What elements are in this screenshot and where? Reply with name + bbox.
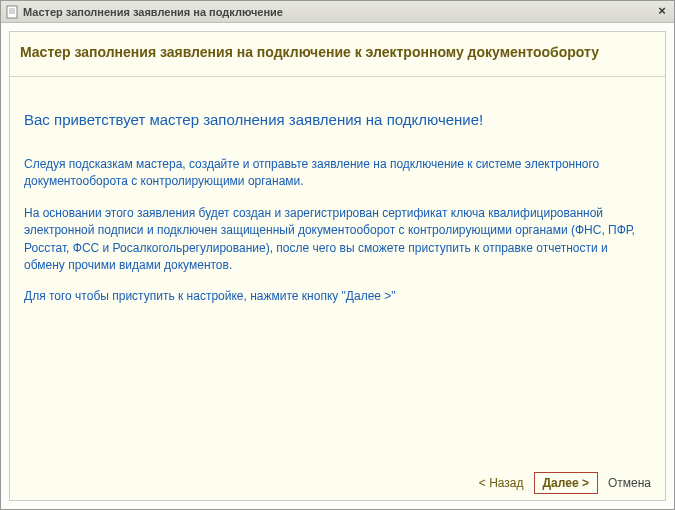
inner-panel: Мастер заполнения заявления на подключен…: [9, 31, 666, 501]
page-title: Мастер заполнения заявления на подключен…: [20, 44, 655, 60]
titlebar: Мастер заполнения заявления на подключен…: [1, 1, 674, 23]
back-button[interactable]: < Назад: [475, 473, 528, 493]
intro-paragraph-2: На основании этого заявления будет созда…: [24, 205, 651, 275]
welcome-text: Вас приветствует мастер заполнения заявл…: [24, 111, 651, 128]
close-icon[interactable]: ×: [654, 4, 670, 20]
content-area: Мастер заполнения заявления на подключен…: [1, 23, 674, 509]
footer-bar: < Назад Далее > Отмена: [10, 466, 665, 500]
document-icon: [5, 5, 19, 19]
page-header: Мастер заполнения заявления на подключен…: [10, 32, 665, 77]
window-title: Мастер заполнения заявления на подключен…: [23, 6, 654, 18]
intro-paragraph-3: Для того чтобы приступить к настройке, н…: [24, 288, 651, 305]
cancel-button[interactable]: Отмена: [604, 473, 655, 493]
svg-rect-0: [7, 6, 17, 18]
intro-paragraph-1: Следуя подсказкам мастера, создайте и от…: [24, 156, 651, 191]
wizard-window: Мастер заполнения заявления на подключен…: [0, 0, 675, 510]
page-body: Вас приветствует мастер заполнения заявл…: [10, 77, 665, 466]
next-button[interactable]: Далее >: [534, 472, 598, 494]
